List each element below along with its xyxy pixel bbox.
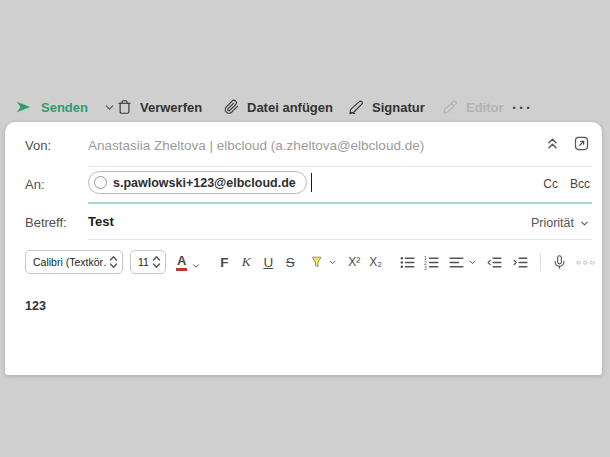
signature-button[interactable]: Signatur (348, 90, 425, 124)
paperclip-icon (224, 99, 239, 115)
priority-chevron-icon (579, 218, 590, 229)
priority-label: Priorität (531, 216, 574, 230)
to-label: An: (25, 177, 45, 192)
microphone-icon[interactable] (552, 254, 567, 270)
from-underline (88, 166, 592, 167)
text-cursor (311, 173, 313, 192)
indent-icon[interactable] (512, 254, 529, 271)
font-size-value: 11 (138, 256, 149, 268)
send-button[interactable]: Senden (14, 90, 116, 124)
svg-text:2: 2 (424, 260, 427, 265)
signature-label: Signatur (372, 100, 425, 115)
compose-panel: Von: Anastasiia Zheltova | elbcloud (a.z… (5, 122, 602, 375)
editor-button[interactable]: Editor (442, 90, 504, 124)
font-size-select[interactable]: 11 (130, 250, 166, 274)
outdent-icon[interactable] (486, 254, 503, 271)
discard-button[interactable]: Verwerfen (117, 90, 202, 124)
toolbar-divider (540, 253, 541, 271)
compose-action-toolbar: Senden Verwerfen Datei anfügen Signatur (0, 90, 610, 124)
font-family-stepper-icon (109, 255, 118, 269)
from-label: Von: (25, 138, 51, 153)
font-color-button[interactable]: A (176, 254, 201, 271)
send-options-chevron-icon[interactable] (103, 101, 116, 114)
format-overflow-button[interactable]: ○○○ (576, 258, 597, 267)
from-value[interactable]: Anastasiia Zheltova | elbcloud (a.zhelto… (88, 138, 532, 153)
strikethrough-button[interactable]: S (279, 255, 301, 270)
font-color-chevron-icon (191, 261, 201, 271)
highlighter-chevron-icon (328, 258, 337, 267)
discard-label: Verwerfen (140, 100, 202, 115)
italic-button[interactable]: K (235, 254, 257, 270)
toolbar-more-label: ··· (512, 99, 533, 116)
recipient-token[interactable]: s.pawlowski+123@elbcloud.de (88, 171, 307, 194)
priority-button[interactable]: Priorität (531, 216, 590, 230)
font-size-stepper-icon (152, 255, 161, 269)
align-left-icon (448, 254, 465, 271)
numbered-list-icon[interactable]: 123 (423, 254, 440, 271)
font-color-label: A (176, 254, 187, 271)
highlighter-icon (309, 254, 325, 271)
send-label: Senden (41, 100, 88, 115)
subject-underline (88, 239, 592, 240)
message-body-text: 123 (25, 299, 46, 313)
mail-compose-window: Senden Verwerfen Datei anfügen Signatur (0, 0, 610, 457)
to-focus-underline (88, 202, 592, 204)
send-arrow-icon (14, 99, 33, 115)
attach-file-label: Datei anfügen (247, 100, 333, 115)
open-in-window-icon[interactable] (573, 135, 590, 152)
font-family-select[interactable]: Calibri (Textkör… (25, 250, 123, 274)
editor-label: Editor (466, 100, 504, 115)
underline-button[interactable]: U (257, 255, 279, 270)
bullet-list-icon[interactable] (399, 254, 416, 271)
subject-input[interactable]: Test (88, 214, 114, 229)
message-body-editor[interactable]: 123 (5, 280, 602, 375)
bcc-button[interactable]: Bcc (570, 177, 590, 191)
subject-label: Betreff: (25, 215, 67, 230)
font-family-value: Calibri (Textkör… (33, 256, 106, 268)
editor-pen-icon (442, 99, 458, 115)
bold-button[interactable]: F (213, 255, 235, 270)
trash-icon (117, 99, 132, 115)
superscript-button[interactable]: X² (348, 255, 360, 269)
highlighter-button[interactable] (309, 254, 337, 271)
formatting-toolbar: Calibri (Textkör… 11 A F K U S (25, 248, 596, 276)
cc-button[interactable]: Cc (543, 177, 558, 191)
toolbar-more-button[interactable]: ··· (512, 90, 533, 124)
text-align-button[interactable] (448, 254, 477, 271)
subscript-button[interactable]: X₂ (369, 255, 382, 269)
collapse-chevrons-up-icon[interactable] (544, 135, 561, 152)
signature-pen-icon (348, 99, 364, 115)
attach-file-button[interactable]: Datei anfügen (224, 90, 333, 124)
svg-text:1: 1 (424, 255, 427, 260)
align-chevron-icon (468, 258, 477, 267)
svg-text:3: 3 (424, 265, 427, 270)
to-input-area[interactable]: s.pawlowski+123@elbcloud.de (88, 171, 312, 194)
recipient-address: s.pawlowski+123@elbcloud.de (113, 176, 296, 190)
recipient-avatar-icon (94, 176, 107, 189)
